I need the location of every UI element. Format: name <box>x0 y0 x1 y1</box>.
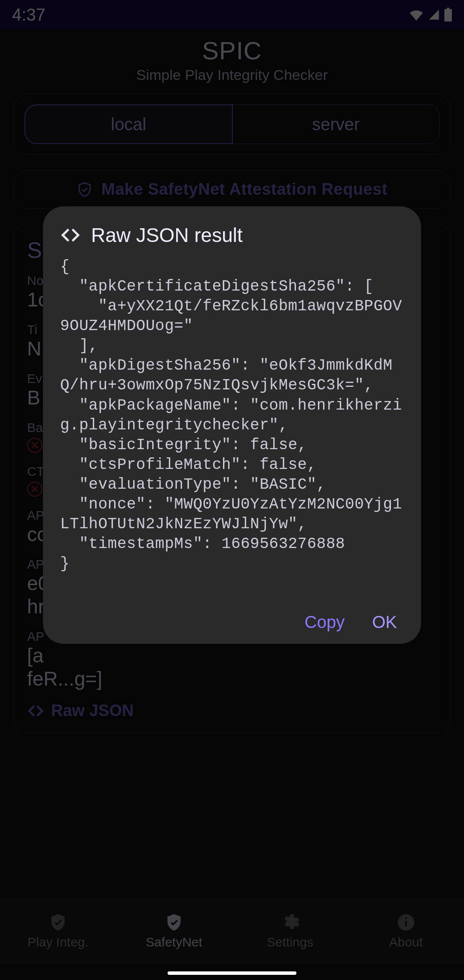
dialog-body: { "apkCertificateDigestSha256": [ "a+yXX… <box>60 257 404 574</box>
dialog-title: Raw JSON result <box>91 224 243 247</box>
raw-json-dialog: Raw JSON result { "apkCertificateDigestS… <box>43 206 421 644</box>
copy-button[interactable]: Copy <box>305 612 345 632</box>
home-indicator[interactable] <box>168 971 296 975</box>
dialog-actions: Copy OK <box>60 612 404 632</box>
code-icon <box>60 228 81 242</box>
ok-button[interactable]: OK <box>372 612 397 632</box>
dialog-header: Raw JSON result <box>60 224 404 247</box>
